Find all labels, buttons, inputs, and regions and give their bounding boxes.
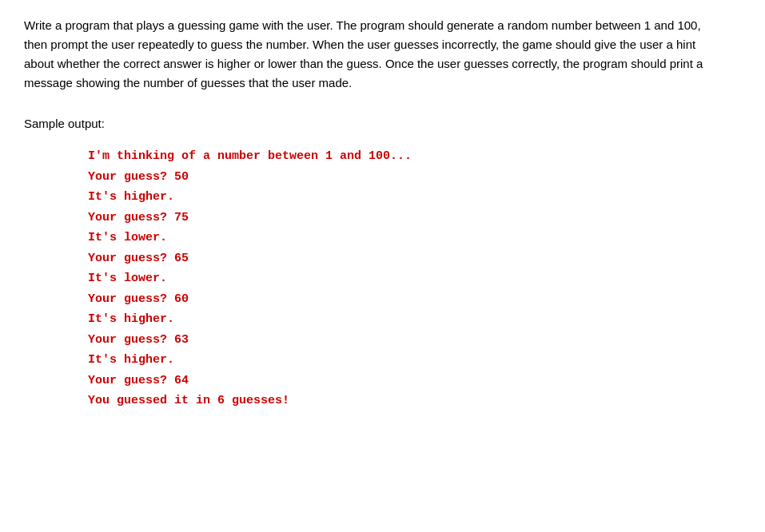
output-line: It's lower. <box>88 268 741 289</box>
output-block: I'm thinking of a number between 1 and 1… <box>88 146 741 411</box>
output-line: It's higher. <box>88 187 741 208</box>
output-line: Your guess? 64 <box>88 371 741 391</box>
description-text: Write a program that plays a guessing ga… <box>24 16 719 93</box>
output-line: Your guess? 65 <box>88 248 741 269</box>
output-line: It's higher. <box>88 309 741 330</box>
sample-output-label: Sample output: <box>24 117 741 130</box>
output-line: It's higher. <box>88 350 741 371</box>
output-line: Your guess? 50 <box>88 167 741 188</box>
output-line: It's lower. <box>88 228 741 248</box>
output-line: Your guess? 63 <box>88 330 741 351</box>
output-line: Your guess? 60 <box>88 289 741 310</box>
output-line: Your guess? 75 <box>88 208 741 228</box>
output-line: I'm thinking of a number between 1 and 1… <box>88 146 741 167</box>
output-line: You guessed it in 6 guesses! <box>88 391 741 411</box>
